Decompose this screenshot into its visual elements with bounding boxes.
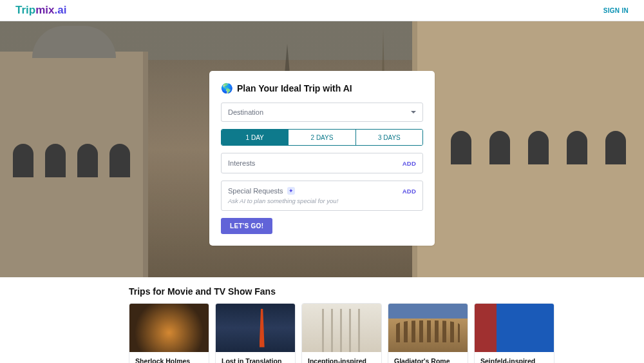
plan-trip-card: 🌎 Plan Your Ideal Trip with AI Destinati… [209,71,435,246]
lets-go-button[interactable]: LET'S GO! [221,218,272,234]
trip-card[interactable]: Seinfeld-inspired Adventure in the… [474,303,554,363]
card-title: 🌎 Plan Your Ideal Trip with AI [221,83,423,94]
special-requests-add-button[interactable]: ADD [402,188,416,195]
trip-thumbnail [302,304,381,352]
interests-label: Interests [228,159,255,167]
trip-card[interactable]: Inception-inspired Dreamlike Journey… [301,303,382,363]
special-requests-helper: Ask AI to plan something special for you… [228,197,416,204]
interests-add-button[interactable]: ADD [402,160,416,167]
trip-title: Inception-inspired Dreamlike Journey… [302,352,381,363]
logo[interactable]: Tripmix.ai [15,4,66,17]
trip-card[interactable]: Lost in Translation Tokyo Adventure [215,303,296,363]
interests-section: Interests ADD [221,153,423,173]
trip-thumbnail [216,304,295,352]
trip-title: Gladiator's Rome Adventure [388,352,468,363]
logo-part-ai: .ai [54,4,66,16]
card-title-text: Plan Your Ideal Trip with AI [237,83,352,93]
trip-thumbnail [388,304,468,352]
header: Tripmix.ai SIGN IN [0,0,644,21]
trip-card[interactable]: Sherlock Holmes Adventure in London [129,303,209,363]
special-requests-section: Special Requests ✦ ADD Ask AI to plan so… [221,181,423,211]
day-option-3[interactable]: 3 DAYS [355,130,422,145]
destination-placeholder: Destination [228,108,263,116]
trips-row: Sherlock Holmes Adventure in London Lost… [129,303,515,363]
trip-thumbnail [129,304,209,352]
day-option-1[interactable]: 1 DAY [222,130,288,145]
day-option-2[interactable]: 2 DAYS [288,130,355,145]
trips-title: Trips for Movie and TV Show Fans [129,286,515,297]
logo-part-trip: Trip [15,4,35,16]
sparkle-icon: ✦ [287,187,295,195]
globe-icon: 🌎 [221,83,233,94]
special-requests-label: Special Requests ✦ [228,187,295,195]
trip-title: Sherlock Holmes Adventure in London [129,352,209,363]
destination-select[interactable]: Destination [221,103,423,122]
trip-title: Lost in Translation Tokyo Adventure [216,352,295,363]
trip-thumbnail [475,304,554,352]
trip-title: Seinfeld-inspired Adventure in the… [475,352,554,363]
chevron-down-icon [411,111,416,113]
trip-card[interactable]: Gladiator's Rome Adventure [388,303,468,363]
trips-section: Trips for Movie and TV Show Fans Sherloc… [0,277,644,363]
logo-part-mix: mix [35,4,54,16]
signin-link[interactable]: SIGN IN [603,7,629,14]
hero: 🌎 Plan Your Ideal Trip with AI Destinati… [0,21,644,277]
days-toggle: 1 DAY 2 DAYS 3 DAYS [221,129,423,146]
